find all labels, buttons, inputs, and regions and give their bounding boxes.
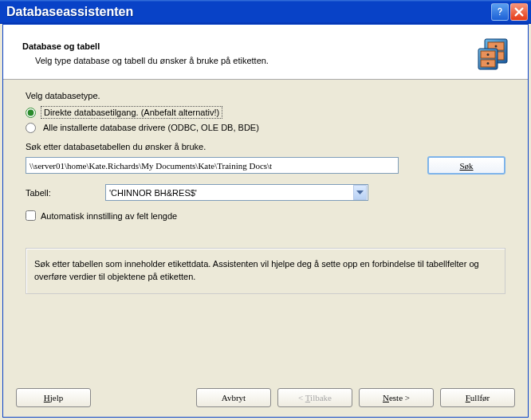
info-text: Søk etter tabellen som inneholder etiket… — [34, 259, 479, 281]
close-icon — [513, 6, 525, 18]
form-area: Velg databasetype. Direkte databasetilga… — [3, 80, 528, 229]
radio-drivers-input[interactable] — [26, 123, 36, 133]
combobox-dropdown-button[interactable] — [353, 185, 367, 200]
back-button: < Tilbake — [277, 388, 352, 407]
auto-field-length-checkbox[interactable]: Automatisk innstilling av felt lengde — [26, 210, 505, 221]
help-button[interactable]: Hjelp — [16, 388, 91, 407]
radio-drivers-label: Alle installerte database drivere (ODBC,… — [41, 122, 262, 133]
info-box: Søk etter tabellen som inneholder etiket… — [26, 248, 505, 294]
radio-direct-access[interactable]: Direkte databasetilgang. (Anbefalt alter… — [26, 105, 505, 120]
next-button[interactable]: Neste > — [359, 388, 434, 407]
radio-installed-drivers[interactable]: Alle installerte database drivere (ODBC,… — [26, 121, 505, 134]
header-text: Database og tabell Velg type database og… — [22, 41, 474, 65]
database-type-label: Velg databasetype. — [26, 91, 505, 100]
database-path-input[interactable] — [26, 157, 399, 174]
table-combobox[interactable]: 'CHINNOR BH&RES$' — [105, 184, 368, 201]
button-bar: Hjelp Avbryt < Tilbake Neste > Fullfør — [3, 388, 528, 407]
search-table-label: Søk etter databasetabellen du ønsker å b… — [26, 142, 505, 151]
window-title: Databaseassistenten — [6, 5, 490, 19]
spacer — [91, 388, 190, 407]
chevron-down-icon — [356, 190, 364, 195]
auto-field-length-input[interactable] — [26, 210, 36, 221]
table-row: Tabell: 'CHINNOR BH&RES$' — [26, 184, 505, 201]
page-subtitle: Velg type database og tabell du ønsker å… — [35, 56, 474, 65]
titlebar-help-button[interactable] — [491, 3, 509, 21]
path-row: Søk — [26, 156, 505, 175]
search-button[interactable]: Søk — [427, 156, 505, 175]
table-value: 'CHINNOR BH&RES$' — [106, 186, 352, 199]
finish-button[interactable]: Fullfør — [440, 388, 515, 407]
wizard-header: Database og tabell Velg type database og… — [3, 25, 528, 80]
radio-direct-label: Direkte databasetilgang. (Anbefalt alter… — [41, 106, 222, 119]
table-label: Tabell: — [26, 188, 105, 198]
help-icon — [494, 6, 505, 18]
titlebar: Databaseassistenten — [0, 0, 531, 24]
radio-direct-input[interactable] — [26, 108, 36, 118]
svg-point-3 — [495, 45, 498, 48]
titlebar-close-button[interactable] — [510, 3, 528, 21]
auto-field-length-label: Automatisk innstilling av felt lengde — [41, 211, 177, 221]
database-icon — [474, 33, 515, 74]
svg-point-8 — [487, 53, 490, 56]
svg-point-9 — [487, 62, 490, 65]
dialog-content: Database og tabell Velg type database og… — [2, 24, 529, 418]
cancel-button[interactable]: Avbryt — [196, 388, 271, 407]
page-title: Database og tabell — [22, 41, 474, 51]
